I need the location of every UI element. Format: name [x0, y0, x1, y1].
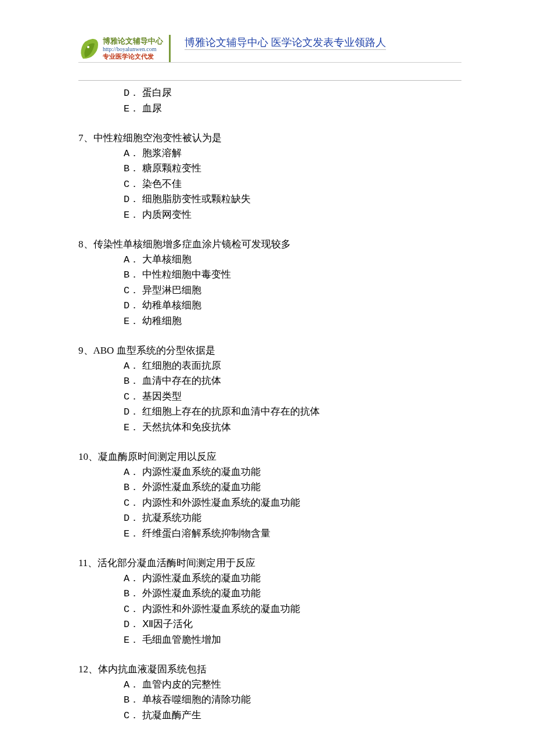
option-line: D．细胞脂肪变性或颗粒缺失 — [78, 192, 461, 207]
option-line: E．幼稚细胞 — [78, 314, 461, 329]
option-text: 毛细血管脆性增加 — [142, 634, 221, 645]
logo-text-block: 博雅论文辅导中心 http://boyalunwen.com 专业医学论文代发 — [103, 37, 163, 60]
option-label: A． — [124, 146, 142, 161]
option-line: C．基因类型 — [78, 389, 461, 405]
option-text: 中性粒细胞中毒变性 — [142, 269, 231, 280]
option-text: 幼稚单核细胞 — [142, 300, 201, 311]
option-line: B．外源性凝血系统的凝血功能 — [78, 480, 461, 495]
option-line: B．单核吞噬细胞的清除功能 — [78, 692, 461, 708]
option-line: A．内源性凝血系统的凝血功能 — [78, 465, 461, 480]
question-7: 7、中性粒细胞空泡变性被认为是 — [78, 131, 461, 146]
option-label: D． — [124, 617, 142, 632]
option-label: C． — [124, 283, 142, 298]
option-line: E．内质网变性 — [78, 207, 461, 223]
option-line: A．内源性凝血系统的凝血功能 — [78, 571, 461, 586]
option-label: A． — [124, 253, 142, 268]
question-10-options: A．内源性凝血系统的凝血功能 B．外源性凝血系统的凝血功能 C．内源性和外源性凝… — [78, 465, 461, 542]
option-text: 单核吞噬细胞的清除功能 — [142, 694, 251, 705]
question-9-options: A．红细胞的表面抗原 B．血清中存在的抗体 C．基因类型 D．红细胞上存在的抗原… — [78, 358, 461, 435]
option-line: C．内源性和外源性凝血系统的凝血功能 — [78, 602, 461, 617]
option-line: D．红细胞上存在的抗原和血清中存在的抗体 — [78, 404, 461, 420]
question-stem: 体内抗血液凝固系统包括 — [98, 664, 207, 675]
header-right: 博雅论文辅导中心 医学论文发表专业领路人 — [169, 35, 386, 62]
option-line: A．胞浆溶解 — [78, 146, 461, 161]
option-text: 抗凝系统功能 — [142, 512, 201, 523]
option-text: 内源性和外源性凝血系统的凝血功能 — [142, 603, 300, 614]
option-line: C．异型淋巴细胞 — [78, 283, 461, 298]
question-number: 7、 — [78, 132, 93, 143]
option-label: C． — [124, 177, 142, 192]
option-line: D．蛋白尿 — [78, 85, 461, 101]
option-line: E．血尿 — [78, 101, 461, 117]
question-11-options: A．内源性凝血系统的凝血功能 B．外源性凝血系统的凝血功能 C．内源性和外源性凝… — [78, 571, 461, 648]
option-label: C． — [124, 390, 142, 405]
question-9: 9、ABO 血型系统的分型依据是 — [78, 343, 461, 358]
option-line: C．染色不佳 — [78, 177, 461, 192]
option-label: D． — [124, 298, 142, 314]
option-label: E． — [124, 420, 142, 435]
option-line: D．抗凝系统功能 — [78, 510, 461, 526]
option-label: B． — [124, 480, 142, 495]
option-text: 外源性凝血系统的凝血功能 — [142, 481, 261, 492]
question-8: 8、传染性单核细胞增多症血涂片镜检可发现较多 — [78, 237, 461, 252]
option-text: 血尿 — [142, 103, 162, 114]
option-label: B． — [124, 161, 142, 177]
question-11: 11、活化部分凝血活酶时间测定用于反应 — [78, 556, 461, 571]
option-line: A．大单核细胞 — [78, 252, 461, 268]
option-text: 内质网变性 — [142, 209, 192, 220]
option-text: Ⅻ因子活化 — [142, 618, 193, 629]
option-label: E． — [124, 208, 142, 223]
svg-point-0 — [87, 46, 89, 48]
option-label: A． — [124, 571, 142, 586]
option-text: 胞浆溶解 — [142, 147, 182, 159]
option-label: D． — [124, 86, 142, 101]
option-text: 红细胞的表面抗原 — [142, 360, 221, 371]
question-number: 8、 — [78, 239, 93, 250]
option-text: 纤维蛋白溶解系统抑制物含量 — [142, 528, 270, 539]
option-line: D．Ⅻ因子活化 — [78, 617, 461, 632]
question-stem: 活化部分凝血活酶时间测定用于反应 — [98, 557, 255, 568]
question-number: 10、 — [78, 451, 98, 462]
option-line: E．纤维蛋白溶解系统抑制物含量 — [78, 526, 461, 542]
option-label: E． — [124, 527, 142, 542]
option-text: 内源性凝血系统的凝血功能 — [142, 466, 261, 477]
option-label: D． — [124, 405, 142, 420]
option-text: 染色不佳 — [142, 178, 182, 189]
option-label: C． — [124, 708, 142, 723]
document-content: D．蛋白尿 E．血尿 7、中性粒细胞空泡变性被认为是 A．胞浆溶解 B．糖原颗粒… — [78, 85, 461, 723]
question-10: 10、凝血酶原时间测定用以反应 — [78, 449, 461, 465]
question-12-options: A．血管内皮的完整性 B．单核吞噬细胞的清除功能 C．抗凝血酶产生 — [78, 677, 461, 723]
option-label: B． — [124, 693, 142, 708]
leaf-logo-icon — [78, 37, 99, 61]
logo-title: 博雅论文辅导中心 — [103, 37, 163, 46]
option-line: C．内源性和外源性凝血系统的凝血功能 — [78, 495, 461, 511]
question-number: 11、 — [78, 557, 98, 568]
logo-url: http://boyalunwen.com — [103, 46, 163, 53]
logo-block: 博雅论文辅导中心 http://boyalunwen.com 专业医学论文代发 — [78, 37, 168, 61]
question-stem: 中性粒细胞空泡变性被认为是 — [93, 132, 222, 143]
option-label: A． — [124, 465, 142, 480]
option-label: A． — [124, 678, 142, 693]
option-text: 外源性凝血系统的凝血功能 — [142, 588, 261, 599]
option-text: 天然抗体和免疫抗体 — [142, 422, 231, 433]
option-text: 内源性凝血系统的凝血功能 — [142, 573, 261, 584]
orphan-options: D．蛋白尿 E．血尿 — [78, 85, 461, 116]
option-label: B． — [124, 374, 142, 389]
question-7-options: A．胞浆溶解 B．糖原颗粒变性 C．染色不佳 D．细胞脂肪变性或颗粒缺失 E．内… — [78, 146, 461, 223]
option-text: 内源性和外源性凝血系统的凝血功能 — [142, 497, 300, 508]
option-label: D． — [124, 192, 142, 207]
page-header: 博雅论文辅导中心 http://boyalunwen.com 专业医学论文代发 … — [78, 35, 461, 63]
option-text: 红细胞上存在的抗原和血清中存在的抗体 — [142, 406, 320, 417]
option-text: 抗凝血酶产生 — [142, 710, 201, 721]
option-line: B．糖原颗粒变性 — [78, 161, 461, 177]
question-stem: 凝血酶原时间测定用以反应 — [98, 451, 217, 462]
option-label: B． — [124, 586, 142, 602]
question-12: 12、体内抗血液凝固系统包括 — [78, 662, 461, 677]
question-stem: ABO 血型系统的分型依据是 — [93, 345, 215, 356]
option-text: 大单核细胞 — [142, 254, 192, 265]
option-label: B． — [124, 268, 142, 283]
option-line: B．外源性凝血系统的凝血功能 — [78, 586, 461, 602]
option-line: A．红细胞的表面抗原 — [78, 358, 461, 374]
option-line: D．幼稚单核细胞 — [78, 298, 461, 314]
option-label: A． — [124, 359, 142, 374]
